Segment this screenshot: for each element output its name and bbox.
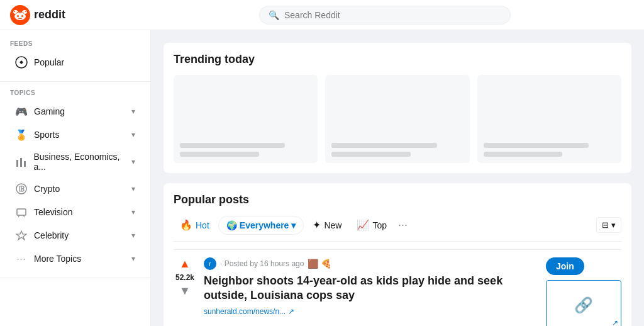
- vote-section: ▲ 52.2k ▼: [174, 257, 196, 326]
- post-link-text: sunherald.com/news/n...: [204, 307, 286, 316]
- join-button[interactable]: Join: [546, 257, 584, 275]
- thumbnail-external-icon: ↗: [612, 318, 618, 326]
- trending-card-1-lines: [180, 143, 311, 157]
- search-input[interactable]: [284, 10, 501, 20]
- sidebar-item-popular-left: Popular: [15, 56, 64, 69]
- everywhere-icon: 🌍: [226, 220, 237, 230]
- sidebar: FEEDS Popular TOPICS 🎮 Gaming ▾: [0, 30, 151, 326]
- sidebar-item-celebrity-left: Celebrity: [15, 229, 69, 242]
- svg-rect-11: [24, 161, 26, 167]
- business-icon: [15, 155, 27, 168]
- sidebar-item-celebrity[interactable]: Celebrity ▾: [5, 224, 145, 247]
- sidebar-item-television[interactable]: Television ▾: [5, 201, 145, 223]
- sports-label: Sports: [34, 130, 59, 140]
- post-link[interactable]: sunherald.com/news/n... ↗: [204, 307, 538, 316]
- sidebar-item-crypto[interactable]: Crypto ▾: [5, 177, 145, 200]
- header: reddit 🔍: [0, 0, 644, 30]
- svg-point-2: [17, 15, 19, 17]
- crypto-label: Crypto: [34, 184, 60, 194]
- community-icon: r: [204, 257, 216, 270]
- tab-everywhere[interactable]: 🌍 Everywhere ▾: [218, 216, 304, 235]
- celebrity-chevron-icon: ▾: [131, 231, 135, 240]
- layout: FEEDS Popular TOPICS 🎮 Gaming ▾: [0, 30, 644, 326]
- everywhere-chevron-icon: ▾: [291, 220, 296, 230]
- post-meta: r · Posted by 16 hours ago 🟫 🍕: [204, 257, 538, 270]
- trending-section: Trending today: [164, 43, 631, 173]
- sidebar-divider-1: [0, 81, 150, 82]
- sidebar-item-sports[interactable]: 🏅 Sports ▾: [5, 123, 145, 146]
- business-chevron-icon: ▾: [131, 157, 135, 166]
- post-item: ▲ 52.2k ▼ r · Posted by 16 hours ago 🟫 🍕: [174, 249, 621, 326]
- tab-hot-label: Hot: [196, 220, 209, 230]
- trending-card-2[interactable]: [325, 75, 469, 163]
- more-topics-label: More Topics: [34, 254, 81, 264]
- downvote-button[interactable]: ▼: [179, 284, 191, 298]
- celebrity-label: Celebrity: [34, 230, 69, 240]
- tab-more-button[interactable]: ···: [396, 218, 410, 232]
- new-icon: ✦: [313, 219, 321, 231]
- sports-chevron-icon: ▾: [131, 130, 135, 139]
- sidebar-item-more-topics-left: ··· More Topics: [15, 252, 81, 265]
- sidebar-item-more-topics[interactable]: ··· More Topics ▾: [5, 247, 145, 270]
- post-meta-text: · Posted by 16 hours ago: [220, 259, 304, 268]
- sidebar-item-sports-left: 🏅 Sports: [15, 128, 59, 141]
- search-icon: 🔍: [269, 10, 279, 20]
- flair-icon-2: 🍕: [321, 259, 331, 269]
- more-topics-icon: ···: [15, 252, 28, 265]
- trending-card-1[interactable]: [174, 75, 318, 163]
- popular-section: Popular posts 🔥 Hot 🌍 Everywhere ▾ ✦ New: [164, 183, 631, 326]
- logo-area: reddit: [10, 5, 136, 25]
- trending-title: Trending today: [174, 53, 621, 66]
- vote-count: 52.2k: [175, 273, 194, 282]
- sports-icon: 🏅: [15, 128, 28, 141]
- svg-point-5: [25, 11, 26, 12]
- popular-posts-title: Popular posts: [174, 193, 621, 206]
- placeholder-line: [484, 143, 589, 148]
- tab-hot[interactable]: 🔥 Hot: [174, 215, 216, 235]
- sidebar-item-gaming[interactable]: 🎮 Gaming ▾: [5, 100, 145, 123]
- tab-top[interactable]: 📈 Top: [350, 215, 393, 235]
- search-bar[interactable]: 🔍: [259, 6, 511, 25]
- gaming-icon: 🎮: [15, 105, 28, 118]
- sidebar-item-popular[interactable]: Popular: [5, 51, 145, 74]
- post-right: Join 🔗 ↗: [546, 257, 621, 326]
- crypto-chevron-icon: ▾: [131, 184, 135, 193]
- post-thumbnail[interactable]: 🔗 ↗: [546, 280, 621, 326]
- sidebar-divider-2: [0, 278, 150, 278]
- svg-rect-9: [16, 160, 18, 167]
- more-topics-chevron-icon: ▾: [131, 254, 135, 263]
- svg-marker-16: [16, 231, 26, 240]
- tab-new-label: New: [324, 220, 341, 230]
- placeholder-line: [484, 152, 563, 157]
- television-label: Television: [34, 207, 72, 217]
- placeholder-line: [331, 143, 436, 148]
- thumbnail-link-icon: 🔗: [574, 296, 593, 314]
- svg-point-3: [21, 15, 23, 17]
- television-icon: [15, 206, 28, 218]
- post-title[interactable]: Neighbor shoots 14-year-old as kids play…: [204, 274, 538, 303]
- business-label: Business, Economics, a...: [33, 152, 131, 172]
- placeholder-line: [180, 143, 285, 148]
- reddit-logo-icon: [10, 5, 30, 25]
- upvote-button[interactable]: ▲: [179, 257, 191, 271]
- flair-icon-1: 🟫: [308, 259, 318, 269]
- post-tabs: 🔥 Hot 🌍 Everywhere ▾ ✦ New 📈 Top ···: [174, 215, 621, 242]
- tab-everywhere-label: Everywhere: [240, 220, 289, 230]
- sidebar-item-business[interactable]: Business, Economics, a... ▾: [5, 147, 145, 177]
- popular-label: Popular: [34, 57, 64, 67]
- sidebar-item-crypto-left: Crypto: [15, 183, 60, 195]
- svg-rect-10: [20, 158, 22, 167]
- post-content: r · Posted by 16 hours ago 🟫 🍕 Neighbor …: [204, 257, 538, 326]
- tab-top-label: Top: [372, 220, 387, 230]
- community-icon-symbol: r: [209, 261, 211, 267]
- placeholder-line: [180, 152, 259, 157]
- celebrity-icon: [15, 229, 28, 242]
- top-icon: 📈: [357, 219, 369, 231]
- sidebar-item-business-left: Business, Economics, a...: [15, 152, 131, 172]
- trending-cards: [174, 75, 621, 163]
- trending-card-3[interactable]: [477, 75, 621, 163]
- main-content: Trending today: [151, 30, 644, 326]
- view-toggle[interactable]: ⊟ ▾: [596, 217, 621, 233]
- post-meta-icons: 🟫 🍕: [308, 259, 331, 269]
- tab-new[interactable]: ✦ New: [306, 215, 348, 235]
